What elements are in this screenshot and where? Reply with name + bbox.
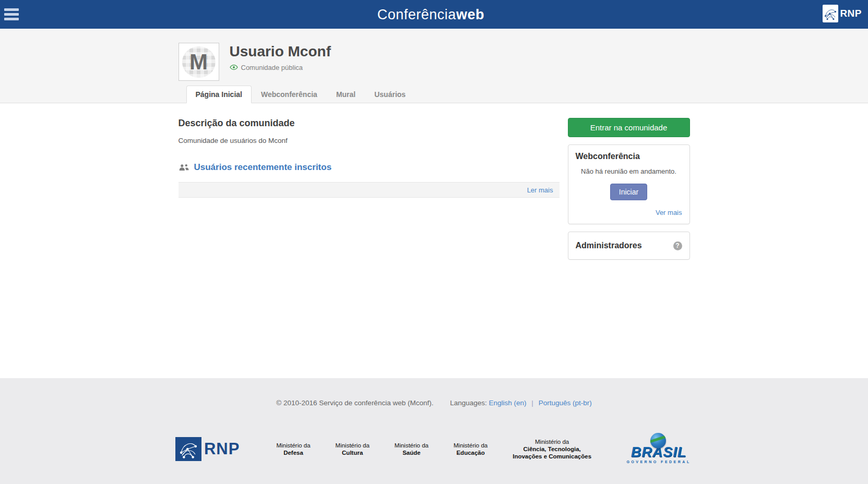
app-logo[interactable]: Conferênciaweb (377, 6, 484, 22)
languages-label: Languages: (450, 399, 487, 407)
profile-band: M Usuario Mconf Comunidade pública Págin… (0, 29, 868, 103)
eye-icon (230, 64, 238, 70)
tab-usuarios[interactable]: Usuários (365, 86, 415, 103)
tab-webconferencia[interactable]: Webconferência (252, 86, 327, 103)
read-more-link[interactable]: Ler mais (527, 186, 553, 194)
language-separator: | (531, 399, 533, 407)
copyright-text: © 2010-2016 Serviço de conferência web (… (276, 399, 433, 407)
language-link-pt[interactable]: Português (pt-br) (539, 399, 592, 407)
ministry-saude: Ministério da Saúde (395, 442, 429, 456)
admins-card: Administradores ? (568, 232, 690, 260)
webconference-title: Webconferência (576, 152, 682, 161)
language-link-en[interactable]: English (en) (489, 399, 527, 407)
brasil-governo-federal-logo: BRASIL GOVERNO FEDERAL (625, 434, 693, 464)
brand-bold: web (456, 6, 484, 22)
footer: © 2010-2016 Serviço de conferência web (… (0, 378, 868, 484)
brasil-globe-icon (650, 433, 666, 449)
see-more-link[interactable]: Ver mais (656, 209, 682, 216)
admins-title: Administradores (576, 241, 642, 250)
users-icon (179, 164, 190, 172)
rnp-label: RNP (840, 8, 862, 19)
rnp-network-icon (823, 5, 838, 22)
description-title: Descrição da comunidade (179, 118, 560, 129)
top-navbar: Conferênciaweb RNP (0, 0, 868, 29)
avatar: M (179, 43, 219, 81)
page: Conferênciaweb RNP (0, 0, 868, 484)
ministry-cultura: Ministério da Cultura (336, 442, 370, 456)
menu-icon[interactable] (3, 7, 20, 23)
tab-bar: Página Inicial Webconferência Mural Usuá… (179, 86, 690, 103)
recent-users-heading: Usuários recentemente inscritos (179, 162, 560, 173)
rnp-footer-logo: RNP (175, 437, 240, 461)
rnp-footer-network-icon (175, 437, 201, 461)
visibility-row: Comunidade pública (230, 64, 331, 71)
start-meeting-button[interactable]: Iniciar (610, 184, 647, 200)
description-text: Comunidade de usuários do Mconf (179, 137, 560, 144)
rnp-footer-label: RNP (204, 440, 240, 458)
ministry-ciencia: Ministério da Ciência, Tecnologia, Inova… (513, 438, 591, 460)
ministry-educacao: Ministério da Educação (454, 442, 487, 456)
recent-users-title: Usuários recentemente inscritos (194, 162, 332, 173)
join-community-button[interactable]: Entrar na comunidade (568, 118, 690, 137)
brand-light: Conferência (377, 6, 456, 22)
main-content: Descrição da comunidade Comunidade de us… (0, 103, 868, 378)
ministry-defesa: Ministério da Defesa (276, 442, 310, 456)
tab-pagina-inicial[interactable]: Página Inicial (186, 86, 252, 103)
help-icon[interactable]: ? (673, 241, 682, 250)
recent-users-footer-row: Ler mais (179, 182, 560, 198)
tab-mural[interactable]: Mural (327, 86, 365, 103)
community-name: Usuario Mconf (230, 44, 331, 60)
avatar-letter: M (182, 46, 216, 78)
visibility-label: Comunidade pública (241, 64, 303, 71)
sidebar: Entrar na comunidade Webconferência Não … (568, 118, 690, 260)
webconference-card: Webconferência Não há reunião em andamen… (568, 144, 690, 224)
sponsor-logos: RNP Ministério da Defesa Ministério da C… (0, 434, 868, 464)
brasil-subtitle: GOVERNO FEDERAL (625, 460, 693, 464)
webconference-status: Não há reunião em andamento. (576, 167, 682, 175)
rnp-logo[interactable]: RNP (823, 5, 862, 22)
